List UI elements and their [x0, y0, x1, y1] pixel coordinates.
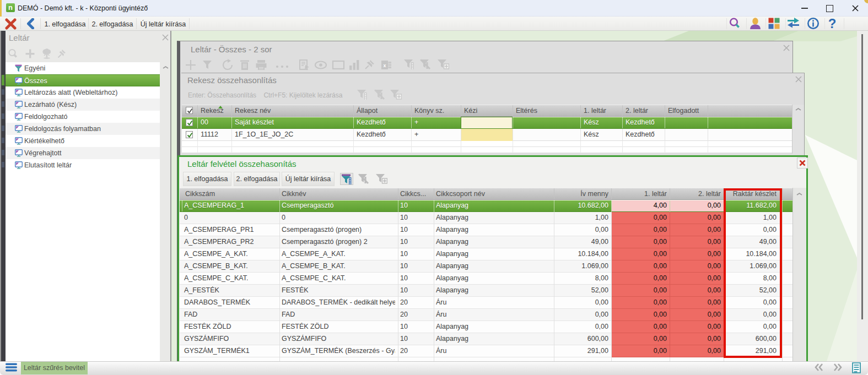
- svg-text:x: x: [383, 63, 386, 68]
